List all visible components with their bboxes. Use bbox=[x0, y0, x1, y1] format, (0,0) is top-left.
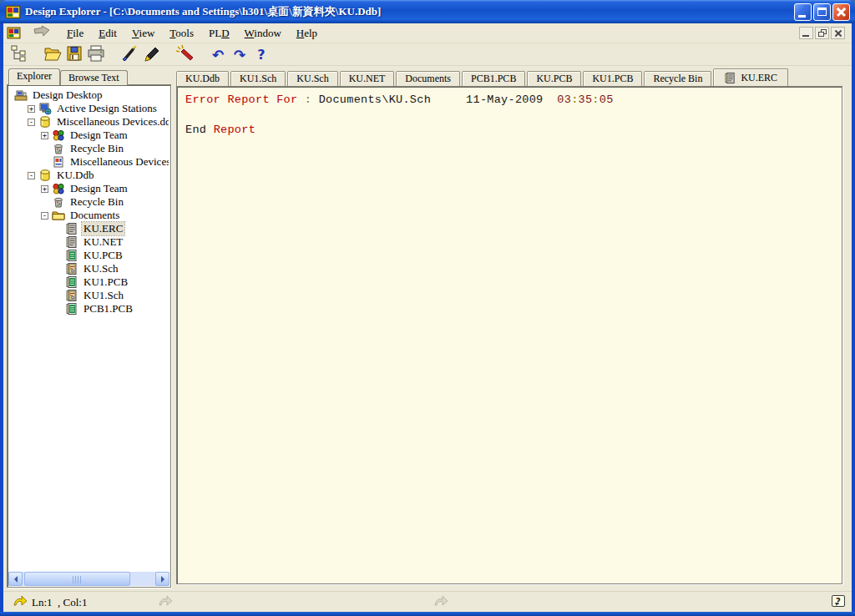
doc-tab-ku1-sch[interactable]: KU1.Sch bbox=[230, 71, 286, 86]
menu-tools[interactable]: Tools bbox=[162, 25, 201, 42]
menu-bar: FileEditViewToolsPLDWindowHelp bbox=[3, 23, 852, 43]
jump-arrow-icon bbox=[13, 595, 28, 609]
tree-item-label: KU.NET bbox=[82, 235, 124, 249]
tree-item-label: Design Team bbox=[68, 182, 129, 195]
menu-help[interactable]: Help bbox=[289, 25, 325, 42]
tree-item-ku-erc[interactable]: KU.ERC bbox=[9, 222, 169, 235]
tree-item-active-design-stations[interactable]: +Active Design Stations bbox=[9, 102, 169, 115]
scroll-grip-icon bbox=[73, 576, 83, 583]
report-view[interactable]: Error Report For : Documents\KU.Sch 11-M… bbox=[176, 86, 842, 584]
menu-view[interactable]: View bbox=[124, 25, 162, 42]
tree-item-ku-ddb[interactable]: -KU.Ddb bbox=[9, 169, 169, 182]
tree-item-label: KU.Ddb bbox=[55, 169, 95, 182]
tree-item-recycle-bin[interactable]: Recycle Bin bbox=[9, 142, 169, 155]
scroll-right-button[interactable] bbox=[155, 572, 169, 586]
doc-tab-label: KU.PCB bbox=[536, 72, 572, 86]
doc-tab-ku1-pcb[interactable]: KU1.PCB bbox=[583, 71, 642, 86]
redo-button[interactable]: ↷ bbox=[229, 45, 250, 65]
scroll-thumb[interactable] bbox=[24, 572, 130, 586]
doc-tab-ku-ddb[interactable]: KU.Ddb bbox=[176, 71, 229, 86]
tree-item-label: KU1.PCB bbox=[82, 275, 129, 289]
desktop-icon bbox=[14, 88, 28, 102]
tree-item-pcb1-pcb[interactable]: PCB1.PCB bbox=[9, 302, 169, 316]
knife-tool-icon bbox=[120, 44, 139, 66]
print-icon bbox=[87, 44, 105, 66]
save-button[interactable] bbox=[63, 45, 85, 65]
tree-item-design-team[interactable]: +Design Team bbox=[9, 182, 169, 195]
open-folder-button[interactable] bbox=[42, 45, 63, 65]
panel-tab-explorer[interactable]: Explorer bbox=[8, 68, 60, 85]
tree-view-button[interactable] bbox=[8, 45, 30, 65]
schdoc-icon bbox=[65, 262, 78, 275]
help-bubble-icon[interactable]: ? bbox=[832, 595, 845, 607]
database-icon bbox=[38, 169, 52, 182]
tree-view-icon bbox=[10, 44, 28, 66]
window-body: FileEditViewToolsPLDWindowHelp ↶↷? Explo… bbox=[3, 23, 852, 612]
expand-icon[interactable]: + bbox=[41, 185, 48, 193]
panel-tab-browse-text[interactable]: Browse Text bbox=[60, 70, 128, 85]
app-icon bbox=[5, 4, 21, 20]
report-line bbox=[185, 108, 838, 123]
close-button[interactable] bbox=[832, 3, 850, 21]
pen-tool-button[interactable] bbox=[140, 45, 162, 65]
tree-item-label: KU1.Sch bbox=[82, 289, 125, 302]
doc-tab-label: KU.NET bbox=[349, 72, 386, 86]
doc-tab-documents[interactable]: Documents bbox=[396, 71, 460, 86]
help-button[interactable]: ? bbox=[250, 45, 272, 65]
tree-item-ku-sch[interactable]: KU.Sch bbox=[9, 262, 169, 275]
textdoc-icon bbox=[724, 72, 736, 84]
undo-button[interactable]: ↶ bbox=[207, 45, 229, 65]
tree-item-design-team[interactable]: +Design Team bbox=[9, 129, 169, 142]
tree-item-label: KU.Sch bbox=[82, 262, 120, 275]
menu-file[interactable]: File bbox=[59, 25, 91, 42]
minimize-button[interactable] bbox=[794, 3, 812, 21]
tree-item-ku1-pcb[interactable]: KU1.PCB bbox=[9, 275, 169, 289]
redo-icon: ↷ bbox=[234, 47, 245, 63]
tree-item-miscellaneous-devices-lib[interactable]: Miscellaneous Devices.lib bbox=[9, 155, 169, 169]
tree-item-ku-net[interactable]: KU.NET bbox=[9, 235, 169, 249]
tree-item-ku1-sch[interactable]: KU1.Sch bbox=[9, 289, 169, 302]
mdi-restore-button[interactable] bbox=[815, 27, 829, 39]
mdi-close-button[interactable] bbox=[831, 27, 845, 39]
menu-pld[interactable]: PLD bbox=[201, 25, 237, 42]
tree-item-documents[interactable]: -Documents bbox=[9, 209, 169, 222]
menu-edit[interactable]: Edit bbox=[91, 25, 124, 42]
doc-tab-label: KU1.PCB bbox=[592, 72, 633, 86]
collapse-icon[interactable]: - bbox=[28, 172, 35, 179]
expand-icon[interactable]: + bbox=[41, 132, 48, 139]
expand-icon[interactable]: + bbox=[28, 105, 35, 113]
tree-item-label: Documents bbox=[68, 209, 121, 222]
team-icon bbox=[52, 129, 65, 142]
doc-tab-ku-erc[interactable]: KU.ERC bbox=[713, 68, 788, 86]
scroll-track[interactable] bbox=[23, 572, 155, 586]
doc-tab-label: Documents bbox=[405, 72, 451, 86]
horizontal-scrollbar[interactable] bbox=[8, 572, 169, 586]
mdi-minimize-button[interactable] bbox=[799, 27, 813, 39]
jump-arrow-disabled-icon-2 bbox=[434, 595, 448, 609]
knife-tool-button[interactable] bbox=[119, 45, 140, 65]
tree-item-ku-pcb[interactable]: KU.PCB bbox=[9, 249, 169, 262]
doc-tab-ku-pcb[interactable]: KU.PCB bbox=[527, 71, 581, 86]
collapse-icon[interactable]: - bbox=[41, 212, 48, 220]
folder-icon bbox=[52, 209, 65, 222]
spark-wand-button[interactable] bbox=[174, 45, 195, 65]
maximize-button[interactable] bbox=[813, 3, 831, 21]
doc-tab-recycle-bin[interactable]: Recycle Bin bbox=[644, 71, 711, 86]
menu-window[interactable]: Window bbox=[237, 25, 289, 42]
tree-item-design-desktop[interactable]: Design Desktop bbox=[9, 88, 169, 102]
collapse-icon[interactable]: - bbox=[28, 119, 35, 126]
tree-item-miscellaneous-devices-ddb[interactable]: -Miscellaneous Devices.ddb bbox=[9, 115, 169, 129]
tree-container: Design Desktop+Active Design Stations-Mi… bbox=[7, 84, 171, 588]
save-icon bbox=[65, 44, 83, 66]
doc-tab-ku-net[interactable]: KU.NET bbox=[340, 71, 395, 86]
doc-tab-pcb1-pcb[interactable]: PCB1.PCB bbox=[462, 71, 525, 86]
menu-drop-arrow-icon[interactable] bbox=[33, 25, 51, 42]
scroll-left-button[interactable] bbox=[8, 572, 23, 586]
doc-tab-ku-sch[interactable]: KU.Sch bbox=[287, 71, 337, 86]
team-icon bbox=[52, 182, 65, 195]
design-explorer-window: Design Explorer - [C:\Documents and Sett… bbox=[0, 0, 855, 616]
tree-item-recycle-bin[interactable]: Recycle Bin bbox=[9, 195, 169, 209]
print-button[interactable] bbox=[85, 45, 107, 65]
title-bar[interactable]: Design Explorer - [C:\Documents and Sett… bbox=[0, 0, 855, 23]
textdoc-icon bbox=[65, 235, 78, 249]
